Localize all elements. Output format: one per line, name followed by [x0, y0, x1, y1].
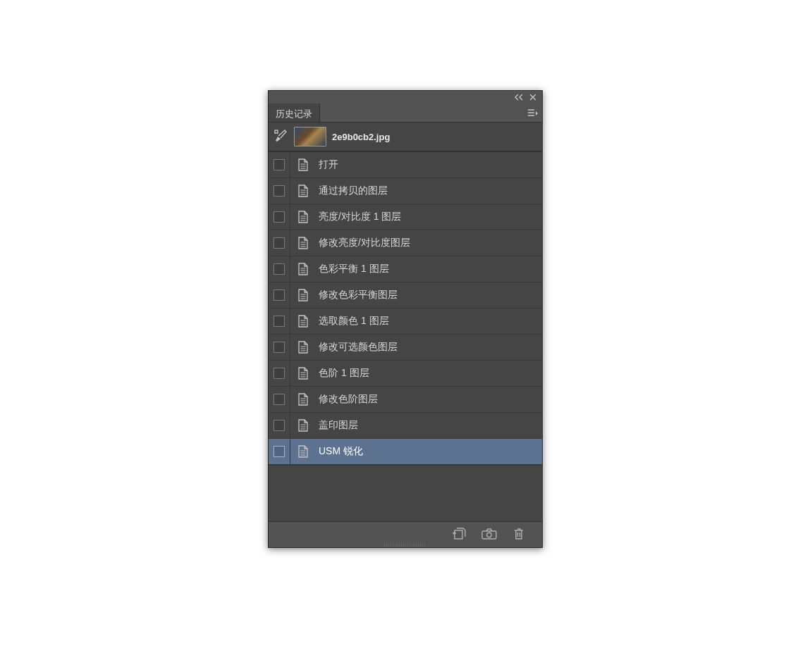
panel-tabrow: 历史记录 [269, 104, 542, 123]
history-step-label: 修改亮度/对比度图层 [316, 237, 410, 249]
history-row[interactable]: 修改亮度/对比度图层 [269, 230, 542, 256]
history-step-icon [290, 315, 316, 328]
history-panel: 历史记录 2e9b0cb2.jpg [268, 90, 543, 548]
svg-rect-1 [455, 530, 462, 539]
history-row[interactable]: 色阶 1 图层 [269, 361, 542, 387]
history-step-icon [290, 289, 316, 301]
history-brush-source-toggle[interactable] [269, 178, 290, 204]
history-brush-source-toggle[interactable] [269, 309, 290, 334]
svg-rect-0 [275, 130, 278, 133]
history-brush-source-toggle[interactable] [269, 413, 290, 438]
history-step-icon [290, 185, 316, 197]
history-brush-source-toggle[interactable] [269, 361, 290, 386]
history-brush-source-toggle[interactable] [269, 282, 290, 308]
history-step-icon [290, 393, 316, 406]
snapshot-thumbnail [294, 127, 326, 147]
history-row[interactable]: 修改色阶图层 [269, 387, 542, 413]
history-brush-source-toggle[interactable] [269, 204, 290, 230]
history-step-label: 修改色阶图层 [316, 393, 378, 406]
history-step-label: 通过拷贝的图层 [316, 185, 388, 197]
history-row[interactable]: USM 锐化 [269, 439, 542, 465]
history-step-icon [290, 211, 316, 223]
panel-menu-button[interactable] [524, 104, 542, 122]
tab-label: 历史记录 [276, 108, 312, 120]
history-row[interactable]: 通过拷贝的图层 [269, 178, 542, 204]
history-brush-source-toggle[interactable] [269, 256, 290, 282]
history-step-icon [290, 158, 316, 171]
history-empty-area [269, 465, 542, 521]
create-snapshot-icon[interactable] [481, 528, 497, 542]
delete-state-icon[interactable] [512, 528, 525, 542]
history-list: 打开 通过拷贝的图层 亮度/对比度 1 图层 修改亮度/对比度图层 [269, 151, 542, 465]
history-step-icon [290, 419, 316, 432]
history-step-label: 修改可选颜色图层 [316, 341, 398, 354]
history-step-label: 盖印图层 [316, 419, 358, 432]
history-row[interactable]: 修改可选颜色图层 [269, 335, 542, 361]
history-step-icon [290, 445, 316, 458]
history-step-icon [290, 367, 316, 380]
history-row[interactable]: 色彩平衡 1 图层 [269, 256, 542, 282]
history-brush-source-toggle[interactable] [269, 152, 290, 177]
history-step-label: 亮度/对比度 1 图层 [316, 211, 401, 223]
history-brush-source-toggle[interactable] [269, 439, 290, 464]
tab-history[interactable]: 历史记录 [269, 104, 320, 122]
history-step-label: 色阶 1 图层 [316, 367, 369, 380]
history-step-label: 修改色彩平衡图层 [316, 289, 398, 301]
close-icon[interactable] [529, 94, 536, 101]
new-document-from-state-icon[interactable] [452, 528, 466, 542]
history-row[interactable]: 盖印图层 [269, 413, 542, 439]
panel-topbar [269, 91, 542, 104]
history-row[interactable]: 选取颜色 1 图层 [269, 309, 542, 335]
snapshot-filename: 2e9b0cb2.jpg [332, 132, 390, 142]
svg-point-3 [487, 532, 491, 537]
history-brush-icon [273, 129, 288, 145]
history-step-icon [290, 237, 316, 249]
history-row[interactable]: 亮度/对比度 1 图层 [269, 204, 542, 230]
collapse-icon[interactable] [514, 94, 524, 101]
history-row[interactable]: 打开 [269, 152, 542, 178]
history-brush-source-toggle[interactable] [269, 387, 290, 412]
history-step-icon [290, 263, 316, 275]
history-brush-source-toggle[interactable] [269, 230, 290, 256]
history-step-label: 选取颜色 1 图层 [316, 315, 389, 328]
history-step-label: USM 锐化 [316, 445, 363, 458]
history-step-label: 色彩平衡 1 图层 [316, 263, 389, 275]
history-step-icon [290, 341, 316, 354]
panel-footer [269, 521, 542, 547]
history-brush-source-toggle[interactable] [269, 335, 290, 360]
history-step-label: 打开 [316, 158, 338, 171]
history-row[interactable]: 修改色彩平衡图层 [269, 282, 542, 309]
resize-grip[interactable] [384, 544, 426, 547]
history-snapshot-row[interactable]: 2e9b0cb2.jpg [269, 123, 542, 151]
